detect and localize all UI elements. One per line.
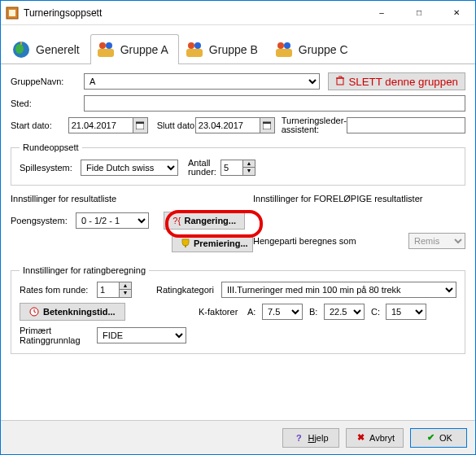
svg-point-9 (194, 42, 201, 49)
ranking-button[interactable]: ?{ Rangering... (164, 212, 245, 230)
svg-point-8 (188, 42, 194, 49)
round-count-label: Antall runder: (188, 159, 221, 177)
cancel-icon: ✖ (355, 432, 366, 444)
scoring-select[interactable]: 0 - 1/2 - 1 (76, 212, 149, 229)
end-date-picker-icon[interactable] (260, 117, 275, 133)
place-label: Sted: (11, 98, 84, 108)
group-name-select[interactable]: A (84, 73, 320, 90)
svg-rect-1 (9, 10, 15, 16)
start-date-label: Start dato: (11, 120, 68, 130)
cancel-button[interactable]: ✖ Avbryt (346, 428, 404, 448)
tab-group-a[interactable]: Gruppe A (90, 34, 179, 64)
system-label: Spillesystem: (20, 163, 81, 173)
from-round-input[interactable] (97, 282, 120, 298)
dialog-window: Turneringsoppsett – □ ✕ Generelt Gruppe … (0, 0, 476, 455)
from-round-label: Rates fom runde: (20, 285, 97, 295)
tab-group-c[interactable]: Gruppe C (269, 34, 359, 64)
start-date-input[interactable] (68, 117, 133, 133)
round-count-spinner[interactable]: ▲▼ (243, 160, 255, 176)
ranking-icon: ?{ (172, 215, 181, 226)
tab-label: Gruppe A (120, 43, 168, 56)
tab-label: Generelt (36, 43, 80, 56)
tab-label: Gruppe B (209, 43, 258, 56)
clock-icon (28, 306, 40, 317)
result-left-title: Innstillinger for resultatliste (11, 194, 253, 203)
result-settings-right: Innstillinger for FORELØPIGE resultatlis… (253, 194, 465, 257)
minimize-button[interactable]: – (363, 1, 400, 24)
k-b-label: B: (309, 307, 324, 317)
globe-icon (11, 40, 31, 59)
svg-point-5 (99, 42, 106, 49)
svg-rect-7 (98, 49, 114, 57)
people-icon (274, 40, 294, 59)
delete-group-label: SLETT denne gruppen (348, 76, 458, 88)
help-icon: ? (293, 432, 304, 444)
result-settings-left: Innstillinger for resultatliste Poengsys… (11, 194, 253, 257)
window-controls: – □ ✕ (363, 1, 475, 24)
from-round-spinner[interactable]: ▲▼ (120, 282, 132, 298)
place-input[interactable] (84, 95, 465, 112)
end-date-input[interactable] (195, 117, 260, 133)
tab-group-b[interactable]: Gruppe B (179, 34, 269, 64)
trash-icon (335, 76, 345, 88)
app-icon (6, 7, 19, 20)
dialog-footer: ? HHjelpjelp ✖ Avbryt ✔ OK (1, 420, 475, 454)
close-button[interactable]: ✕ (438, 1, 475, 24)
awards-button[interactable]: Premiering... (172, 234, 253, 252)
time-control-button[interactable]: Betenkningstid... (20, 303, 125, 321)
svg-point-6 (106, 42, 112, 49)
check-icon: ✔ (425, 432, 436, 444)
adjourned-label: Hengeparti beregnes som (253, 236, 408, 246)
k-b-select[interactable]: 22.5 (324, 304, 365, 320)
titlebar: Turneringsoppsett – □ ✕ (1, 1, 475, 25)
tab-label: Gruppe C (299, 43, 348, 56)
window-title: Turneringsoppsett (24, 7, 363, 19)
td-assistant-label: Turneringsleder-assistent: (282, 116, 347, 134)
k-a-select[interactable]: 7.5 (262, 304, 303, 320)
dialog-body: GruppeNavn: A SLETT denne gruppen Sted: … (1, 64, 475, 420)
system-select[interactable]: Fide Dutch swiss (81, 160, 178, 176)
rating-basis-label: Primært Ratinggrunnlag (20, 326, 97, 345)
rounds-group: Rundeoppsett Spillesystem: Fide Dutch sw… (11, 142, 465, 186)
help-button[interactable]: ? HHjelpjelp (282, 428, 339, 448)
svg-rect-4 (20, 42, 22, 45)
end-date-label: Slutt dato (157, 120, 195, 130)
scoring-label: Poengsystem: (11, 216, 76, 225)
svg-rect-14 (337, 78, 343, 85)
svg-point-12 (284, 42, 290, 49)
k-c-select[interactable]: 15 (386, 304, 426, 320)
svg-rect-19 (185, 245, 186, 247)
svg-rect-13 (276, 49, 292, 57)
svg-rect-16 (136, 122, 144, 124)
group-name-label: GruppeNavn: (11, 77, 84, 86)
svg-point-11 (277, 42, 284, 49)
adjourned-select: Remis (408, 233, 465, 249)
maximize-button[interactable]: □ (400, 1, 438, 24)
result-right-title: Innstillinger for FORELØPIGE resultatlis… (253, 194, 465, 203)
rounds-legend: Rundeoppsett (20, 142, 82, 152)
k-a-label: A: (247, 307, 262, 317)
rating-category-select[interactable]: III.Turneringer med min 100 min på 80 tr… (221, 282, 456, 298)
rating-category-label: Ratingkategori (156, 285, 221, 295)
k-c-label: C: (371, 307, 386, 317)
svg-point-3 (15, 44, 24, 54)
rating-legend: Innstillinger for ratingberegning (20, 265, 149, 275)
rating-group: Innstillinger for ratingberegning Rates … (11, 265, 465, 354)
trophy-icon (181, 238, 190, 249)
ok-button[interactable]: ✔ OK (410, 428, 467, 448)
kfactor-label: K-faktorer (199, 307, 247, 317)
svg-rect-10 (186, 49, 203, 57)
td-assistant-input[interactable] (347, 117, 465, 133)
start-date-picker-icon[interactable] (133, 117, 148, 133)
round-count-input[interactable] (221, 160, 243, 176)
rating-basis-select[interactable]: FIDE (97, 327, 186, 343)
people-icon (185, 40, 204, 59)
svg-rect-18 (263, 122, 271, 124)
tab-general[interactable]: Generelt (6, 34, 90, 64)
people-icon (96, 40, 116, 59)
tab-bar: Generelt Gruppe A Gruppe B Gruppe C (1, 25, 475, 64)
delete-group-button[interactable]: SLETT denne gruppen (328, 72, 465, 90)
